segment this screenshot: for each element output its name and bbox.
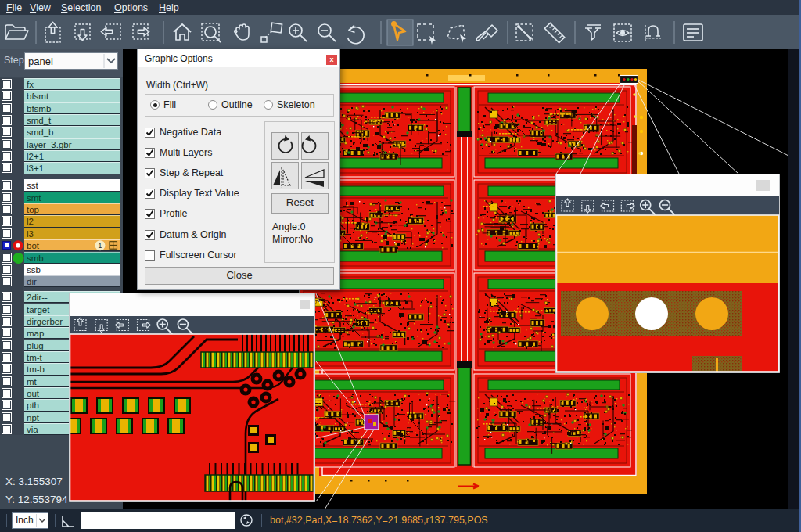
svg-text:1: 1 bbox=[98, 241, 102, 250]
